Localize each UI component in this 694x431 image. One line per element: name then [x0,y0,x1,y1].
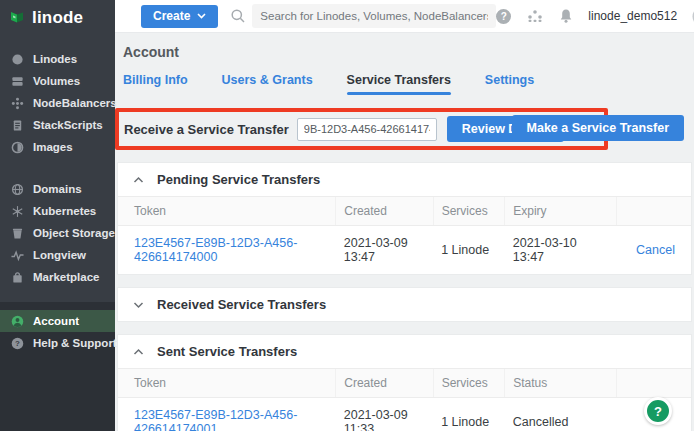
column-header-token: Token [118,197,336,226]
sidebar-item-label: Linodes [33,53,77,65]
table-header-row: Token Created Services Expiry [118,197,691,226]
tab-service-transfers[interactable]: Service Transfers [347,73,451,95]
table-row: 123E4567-E89B-12D3-A456-426614174001 202… [118,398,691,431]
username[interactable]: linode_demo512 [588,9,677,23]
sidebar-item-label: Longview [33,249,86,261]
linode-logo[interactable]: linode [0,0,115,38]
section-title: Pending Service Transfers [157,172,320,187]
received-transfers-card: Received Service Transfers [117,287,692,322]
main-content: Account Billing Info Users & Grants Serv… [115,33,694,431]
transfer-token-input[interactable] [297,118,437,141]
section-title: Sent Service Transfers [157,344,297,359]
services-cell: 1 Linode [433,398,505,431]
object-storage-icon [11,227,24,240]
page-title: Account [123,44,694,60]
sidebar-item-label: Domains [33,183,82,195]
sidebar-item-nodebalancers[interactable]: NodeBalancers [0,92,115,114]
sidebar-item-object-storage[interactable]: Object Storage [0,222,115,244]
domains-icon [11,183,24,196]
chevron-down-icon [197,13,206,19]
linode-icon [11,53,24,66]
search-bar [230,4,496,28]
column-header-actions [617,197,692,226]
column-header-expiry: Expiry [505,197,617,226]
topbar-right: ? linode_demo512 [496,6,694,27]
sidebar-item-label: NodeBalancers [33,97,117,109]
sidebar-item-stackscripts[interactable]: StackScripts [0,114,115,136]
tab-bar: Billing Info Users & Grants Service Tran… [123,73,694,95]
sidebar-item-label: Marketplace [33,271,99,283]
sidebar-item-longview[interactable]: Longview [0,244,115,266]
linode-logo-icon [8,9,26,27]
images-icon [11,141,24,154]
column-header-blank [617,369,692,398]
created-cell: 2021-03-09 11:33 [336,398,433,431]
sent-transfers-card: Sent Service Transfers Token Created Ser… [117,334,692,431]
make-service-transfer-button[interactable]: Make a Service Transfer [512,115,684,141]
sidebar-item-linodes[interactable]: Linodes [0,48,115,70]
receive-transfer-label: Receive a Service Transfer [124,122,289,137]
collapse-chevron-up-icon [133,176,144,184]
sidebar-item-kubernetes[interactable]: Kubernetes [0,200,115,222]
nodebalancers-icon [11,97,24,110]
stackscripts-icon [11,119,24,132]
sidebar-item-marketplace[interactable]: Marketplace [0,266,115,288]
column-header-created: Created [336,197,433,226]
tab-billing-info[interactable]: Billing Info [123,73,188,95]
sidebar-item-domains[interactable]: Domains [0,178,115,200]
transfer-token-link[interactable]: 123E4567-E89B-12D3-A456-426614174001 [134,408,297,431]
table-row: 123E4567-E89B-12D3-A456-426614174000 202… [118,226,691,275]
sidebar-item-label: Volumes [33,75,80,87]
sidebar-item-volumes[interactable]: Volumes [0,70,115,92]
cancel-transfer-link[interactable]: Cancel [636,243,675,257]
create-button-label: Create [153,9,190,23]
sidebar-item-label: Help & Support [33,337,117,349]
status-cell: Cancelled [505,398,617,431]
search-icon [230,8,246,24]
column-header-status: Status [505,369,617,398]
community-icon[interactable] [526,9,544,23]
sidebar-item-label: Object Storage [33,227,115,239]
volumes-icon [11,75,24,88]
tab-users-grants[interactable]: Users & Grants [222,73,313,95]
sidebar-item-label: Images [33,141,73,153]
svg-text:?: ? [15,339,20,348]
column-header-services: Services [433,369,505,398]
topbar: Create ? linode_demo512 [115,0,694,33]
expiry-cell: 2021-03-10 13:47 [505,226,617,275]
sent-transfers-table: Token Created Services Status 123E4567-E… [118,368,691,431]
sidebar-group-account: Account ? Help & Support [0,302,115,431]
transfer-token-link[interactable]: 123E4567-E89B-12D3-A456-426614174000 [134,236,297,264]
longview-icon [11,249,24,262]
column-header-services: Services [433,197,505,226]
search-input[interactable] [252,4,496,28]
sent-transfers-header[interactable]: Sent Service Transfers [118,335,691,368]
sidebar-item-label: StackScripts [33,119,103,131]
create-button[interactable]: Create [141,5,218,28]
sidebar-group-compute: Linodes Volumes NodeBalancers StackScrip… [0,44,115,162]
received-transfers-header[interactable]: Received Service Transfers [118,288,691,321]
pending-transfers-table: Token Created Services Expiry 123E4567-E… [118,196,691,274]
support-chat-bubble[interactable]: ? [644,397,672,425]
collapse-chevron-up-icon [133,348,144,356]
table-header-row: Token Created Services Status [118,369,691,398]
help-icon[interactable]: ? [496,9,511,24]
column-header-created: Created [336,369,433,398]
notifications-bell-icon[interactable] [559,8,573,24]
sidebar-item-account[interactable]: Account [0,310,115,332]
receive-transfer-row: Receive a Service Transfer Review Detail… [115,108,694,150]
pending-transfers-header[interactable]: Pending Service Transfers [118,163,691,196]
sidebar-item-label: Account [33,315,79,327]
linode-logo-text: linode [32,8,83,28]
section-title: Received Service Transfers [157,297,326,312]
tab-settings[interactable]: Settings [485,73,534,95]
sidebar-item-images[interactable]: Images [0,136,115,158]
question-icon: ? [11,337,24,350]
account-icon [11,315,24,328]
sidebar-item-help-support[interactable]: ? Help & Support [0,332,115,354]
services-cell: 1 Linode [433,226,505,275]
marketplace-icon [11,271,24,284]
created-cell: 2021-03-09 13:47 [336,226,433,275]
pending-transfers-card: Pending Service Transfers Token Created … [117,162,692,275]
collapse-chevron-down-icon [133,301,144,309]
